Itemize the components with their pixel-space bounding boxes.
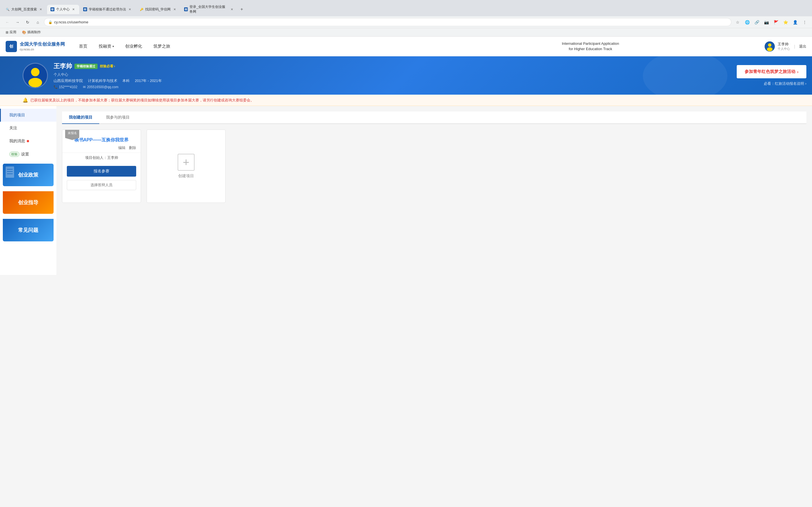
- sidebar-messages-label: 我的消息: [9, 138, 25, 144]
- illustration-icon: 🎨: [22, 31, 26, 34]
- back-button[interactable]: ←: [3, 18, 11, 26]
- nav-investment-label: 投融资: [99, 44, 111, 49]
- extension-btn-4[interactable]: 🚩: [772, 18, 780, 26]
- browser-tab-3[interactable]: 创 学籍校验不通过处理办法 ✕: [80, 5, 136, 14]
- tab-title-5: 登录_全国大学生创业服务网: [190, 4, 228, 14]
- sidebar-banner-guide[interactable]: 创业指导: [3, 189, 54, 214]
- main-content: 我创建的项目 我参与的项目 未报名 唤书APP——互换你我世界 编辑 删除 项目…: [56, 106, 812, 275]
- cta-activity-button[interactable]: 参加青年红色筑梦之旅活动 ›: [737, 65, 806, 78]
- header-avatar: [765, 41, 775, 52]
- cta-btn-text: 参加青年红色筑梦之旅活动: [745, 69, 795, 74]
- tab-close-3[interactable]: ✕: [128, 7, 132, 11]
- bookmark-illustration[interactable]: 🎨 插画制作: [20, 29, 43, 35]
- browser-tab-2[interactable]: 创 个人中心 ✕: [47, 5, 79, 14]
- policy-banner-text: 创业政策: [18, 172, 38, 178]
- must-see-link[interactable]: 必看：红旅活动报名说明 ›: [764, 81, 806, 86]
- nav-dream-label: 筑梦之旅: [153, 44, 170, 49]
- tab-favicon-2: 创: [50, 7, 54, 11]
- badge-must[interactable]: 校验必看 ›: [100, 64, 115, 69]
- header-username[interactable]: 王李帅 个人中心: [777, 42, 790, 51]
- sidebar-item-follow[interactable]: 关注: [0, 122, 56, 135]
- nav-home-label: 首页: [79, 44, 87, 49]
- sidebar-item-messages[interactable]: 我的消息: [0, 135, 56, 148]
- sidebar-banner-policy[interactable]: 创业政策: [3, 164, 54, 186]
- banner-faq[interactable]: 常见问题: [3, 219, 54, 241]
- user-avatar-large: [22, 63, 48, 88]
- logo-domain: cy.ncss.cn: [20, 47, 65, 51]
- delete-link[interactable]: 删除: [129, 145, 136, 151]
- svg-point-2: [767, 47, 772, 51]
- create-plus-icon: +: [177, 154, 195, 171]
- tab-close-5[interactable]: ✕: [230, 7, 234, 11]
- faq-banner-text: 常见问题: [18, 227, 38, 233]
- menu-button[interactable]: ⋮: [801, 18, 809, 26]
- url-bar[interactable]: 🔒 cy.ncss.cn/userhome: [44, 18, 731, 26]
- tab-joined-projects[interactable]: 我参与的项目: [99, 112, 137, 124]
- tab-bar: 🔍 大创网_百度搜索 ✕ 创 个人中心 ✕ 创 学籍校验不通过处理办法 ✕ 🔑 …: [0, 0, 812, 16]
- chevron-right-must-icon: ›: [805, 81, 806, 86]
- tab-close-4[interactable]: ✕: [172, 7, 177, 11]
- extension-btn-2[interactable]: 🔗: [753, 18, 761, 26]
- edit-link[interactable]: 编辑: [118, 145, 125, 151]
- svg-point-5: [29, 78, 42, 87]
- nav-dream[interactable]: 筑梦之旅: [148, 37, 176, 56]
- sidebar-projects-label: 我的项目: [9, 113, 25, 118]
- banner-policy[interactable]: 创业政策: [3, 164, 54, 186]
- badge-verified[interactable]: 学籍校验通过: [74, 64, 98, 69]
- extension-btn-5[interactable]: ⭐: [781, 18, 790, 26]
- sidebar-banner-faq[interactable]: 常见问题: [3, 217, 54, 241]
- school-name: 山西应用科技学院: [54, 78, 83, 83]
- nav-menu: 首页 投融资 ▾ 创业孵化 筑梦之旅: [73, 37, 416, 56]
- bookmark-star-button[interactable]: ☆: [733, 18, 742, 26]
- profile-button[interactable]: 👤: [791, 18, 799, 26]
- logout-button[interactable]: 退出: [799, 44, 806, 49]
- projects-grid: 未报名 唤书APP——互换你我世界 编辑 删除 项目创始人：王李帅 报名参赛 选…: [62, 129, 806, 203]
- nav-incubation[interactable]: 创业孵化: [119, 37, 148, 56]
- new-tab-button[interactable]: +: [238, 5, 246, 13]
- bookmark-apps-label: 应用: [10, 30, 16, 35]
- tab-close-2[interactable]: ✕: [71, 7, 76, 11]
- must-see-text: 必看：红旅活动报名说明: [764, 81, 804, 86]
- sidebar-settings-label: 设置: [21, 152, 29, 157]
- create-project-card[interactable]: + 创建项目: [147, 129, 225, 203]
- panelist-button[interactable]: 选择答辩人员: [67, 180, 136, 190]
- banner-guide[interactable]: 创业指导: [3, 191, 54, 214]
- browser-tab-4[interactable]: 🔑 找回密码_学信网 ✕: [136, 5, 181, 14]
- extension-btn-3[interactable]: 📷: [762, 18, 770, 26]
- sidebar-item-projects[interactable]: 我的项目: [0, 109, 56, 122]
- nav-investment[interactable]: 投融资 ▾: [93, 37, 119, 56]
- browser-tab-5[interactable]: 创 登录_全国大学生创业服务网 ✕: [181, 2, 237, 16]
- browser-actions: ☆ 🌐 🔗 📷 🚩 ⭐ 👤 ⋮: [733, 18, 809, 26]
- bookmark-apps[interactable]: ⊞ 应用: [3, 29, 18, 35]
- message-dot-badge: [27, 140, 29, 142]
- badge-must-text: 校验必看: [100, 64, 113, 69]
- site-logo[interactable]: 创 全国大学生创业服务网 cy.ncss.cn: [6, 41, 65, 52]
- tab-title-3: 学籍校验不通过处理办法: [89, 7, 126, 12]
- tab-close-1[interactable]: ✕: [39, 7, 43, 11]
- forward-button[interactable]: →: [13, 18, 21, 26]
- sidebar-item-settings[interactable]: 校验 设置: [0, 148, 56, 161]
- tab-my-projects[interactable]: 我创建的项目: [62, 112, 99, 124]
- tag-text-1: 未报名: [68, 131, 77, 135]
- user-role: 个人中心: [54, 72, 162, 77]
- nav-incubation-label: 创业孵化: [125, 44, 142, 49]
- tabs-bar: 我创建的项目 我参与的项目: [62, 112, 806, 124]
- bookmarks-bar: ⊞ 应用 🎨 插画制作: [0, 28, 812, 36]
- hero-right: 参加青年红色筑梦之旅活动 › 必看：红旅活动报名说明 ›: [737, 65, 806, 86]
- years-text: 2017年 - 2021年: [135, 78, 161, 83]
- email-address: 205516500@qq.com: [87, 85, 118, 89]
- major-name: 计算机科学与技术: [88, 78, 117, 83]
- email-contact: ✉ 205516500@qq.com: [83, 85, 118, 89]
- reload-button[interactable]: ↻: [24, 18, 32, 26]
- nav-home[interactable]: 首页: [73, 37, 93, 56]
- plus-symbol: +: [183, 156, 189, 169]
- phone-icon: 📞: [54, 85, 58, 89]
- browser-tab-1[interactable]: 🔍 大创网_百度搜索 ✕: [2, 5, 47, 14]
- logo-icon-text: 创: [9, 44, 13, 49]
- phone-number: 152****4102: [59, 85, 77, 89]
- project-actions-1: 编辑 删除: [62, 145, 141, 153]
- extension-btn-1[interactable]: 🌐: [743, 18, 751, 26]
- home-button[interactable]: ⌂: [34, 18, 42, 26]
- register-button[interactable]: 报名参赛: [67, 166, 136, 177]
- create-label: 创建项目: [178, 173, 194, 179]
